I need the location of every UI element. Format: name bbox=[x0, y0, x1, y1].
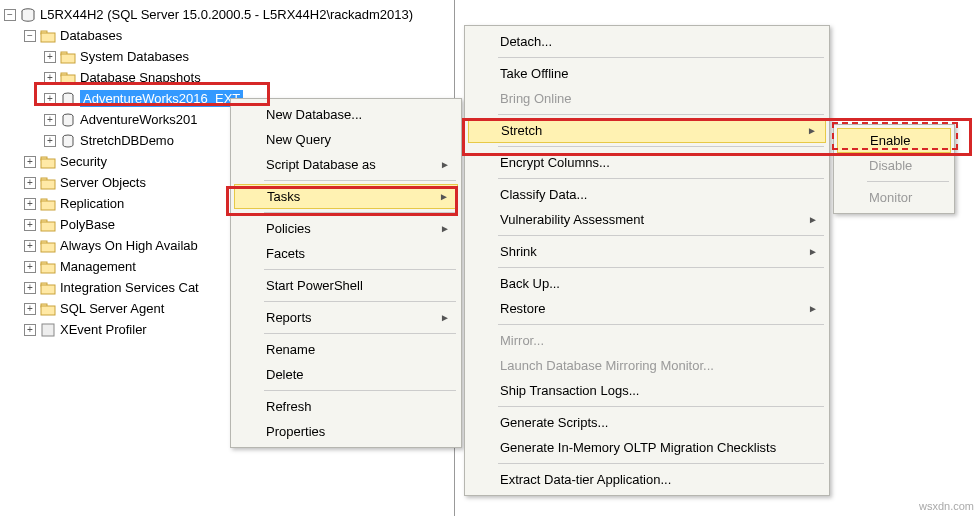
tree-label: System Databases bbox=[80, 49, 189, 64]
expand-icon[interactable]: + bbox=[24, 198, 36, 210]
menu-item-launch-mirroring-monitor: Launch Database Mirroring Monitor... bbox=[468, 353, 826, 378]
tree-node-databases[interactable]: − Databases bbox=[0, 25, 454, 46]
expand-icon[interactable]: + bbox=[24, 219, 36, 231]
expand-icon[interactable]: + bbox=[24, 240, 36, 252]
menu-item-vulnerability-assessment[interactable]: Vulnerability Assessment bbox=[468, 207, 826, 232]
expand-icon[interactable]: + bbox=[44, 93, 56, 105]
menu-item-ship-transaction-logs[interactable]: Ship Transaction Logs... bbox=[468, 378, 826, 403]
menu-item-properties[interactable]: Properties bbox=[234, 419, 458, 444]
tree-label: PolyBase bbox=[60, 217, 115, 232]
svg-rect-17 bbox=[41, 222, 55, 231]
menu-separator bbox=[498, 114, 824, 115]
menu-item-new-database[interactable]: New Database... bbox=[234, 102, 458, 127]
folder-icon bbox=[40, 196, 56, 212]
folder-icon bbox=[60, 49, 76, 65]
tree-label: Server Objects bbox=[60, 175, 146, 190]
folder-icon bbox=[40, 217, 56, 233]
menu-item-reports[interactable]: Reports bbox=[234, 305, 458, 330]
menu-separator bbox=[264, 301, 456, 302]
menu-item-mirror: Mirror... bbox=[468, 328, 826, 353]
menu-separator bbox=[498, 235, 824, 236]
expand-icon[interactable]: + bbox=[44, 51, 56, 63]
menu-item-extract-dac[interactable]: Extract Data-tier Application... bbox=[468, 467, 826, 492]
menu-item-delete[interactable]: Delete bbox=[234, 362, 458, 387]
xevent-icon bbox=[40, 322, 56, 338]
svg-rect-6 bbox=[61, 75, 75, 84]
menu-item-generate-oltp-checklists[interactable]: Generate In-Memory OLTP Migration Checkl… bbox=[468, 435, 826, 460]
folder-icon bbox=[40, 301, 56, 317]
menu-separator bbox=[264, 390, 456, 391]
collapse-icon[interactable]: − bbox=[4, 9, 16, 21]
svg-rect-4 bbox=[61, 54, 75, 63]
tree-label: Replication bbox=[60, 196, 124, 211]
menu-item-monitor: Monitor bbox=[837, 185, 951, 210]
menu-item-tasks[interactable]: Tasks bbox=[234, 184, 458, 209]
database-icon bbox=[60, 133, 76, 149]
menu-item-facets[interactable]: Facets bbox=[234, 241, 458, 266]
menu-item-detach[interactable]: Detach... bbox=[468, 29, 826, 54]
menu-item-bring-online: Bring Online bbox=[468, 86, 826, 111]
expand-icon[interactable]: + bbox=[24, 156, 36, 168]
expand-icon[interactable]: + bbox=[24, 261, 36, 273]
tree-label: Integration Services Cat bbox=[60, 280, 199, 295]
menu-separator bbox=[498, 324, 824, 325]
tree-label: L5RX44H2 (SQL Server 15.0.2000.5 - L5RX4… bbox=[40, 7, 413, 22]
expand-icon[interactable]: + bbox=[24, 177, 36, 189]
menu-item-start-powershell[interactable]: Start PowerShell bbox=[234, 273, 458, 298]
svg-rect-21 bbox=[41, 264, 55, 273]
tree-label: XEvent Profiler bbox=[60, 322, 147, 337]
menu-separator bbox=[498, 463, 824, 464]
tree-node-system-databases[interactable]: + System Databases bbox=[0, 46, 454, 67]
expand-icon[interactable]: + bbox=[24, 324, 36, 336]
folder-icon bbox=[60, 70, 76, 86]
folder-icon bbox=[40, 280, 56, 296]
menu-item-new-query[interactable]: New Query bbox=[234, 127, 458, 152]
menu-separator bbox=[498, 267, 824, 268]
expand-icon[interactable]: + bbox=[44, 72, 56, 84]
server-icon bbox=[20, 7, 36, 23]
svg-rect-19 bbox=[41, 243, 55, 252]
tree-label: AdventureWorks201 bbox=[80, 112, 198, 127]
menu-item-back-up[interactable]: Back Up... bbox=[468, 271, 826, 296]
tree-label: Database Snapshots bbox=[80, 70, 201, 85]
expand-icon[interactable]: + bbox=[24, 282, 36, 294]
folder-icon bbox=[40, 238, 56, 254]
menu-item-restore[interactable]: Restore bbox=[468, 296, 826, 321]
menu-separator bbox=[498, 178, 824, 179]
collapse-icon[interactable]: − bbox=[24, 30, 36, 42]
menu-separator bbox=[498, 57, 824, 58]
menu-item-script-database-as[interactable]: Script Database as bbox=[234, 152, 458, 177]
menu-item-encrypt-columns[interactable]: Encrypt Columns... bbox=[468, 150, 826, 175]
menu-item-classify-data[interactable]: Classify Data... bbox=[468, 182, 826, 207]
menu-separator bbox=[867, 181, 949, 182]
svg-rect-25 bbox=[41, 306, 55, 315]
expand-icon[interactable]: + bbox=[44, 114, 56, 126]
menu-item-enable[interactable]: Enable bbox=[837, 128, 951, 153]
folder-icon bbox=[40, 154, 56, 170]
menu-item-rename[interactable]: Rename bbox=[234, 337, 458, 362]
menu-item-refresh[interactable]: Refresh bbox=[234, 394, 458, 419]
expand-icon[interactable]: + bbox=[24, 303, 36, 315]
tree-label: Management bbox=[60, 259, 136, 274]
folder-icon bbox=[40, 175, 56, 191]
submenu-tasks: Detach... Take Offline Bring Online Stre… bbox=[464, 25, 830, 496]
tree-label: Security bbox=[60, 154, 107, 169]
tree-node-server[interactable]: − L5RX44H2 (SQL Server 15.0.2000.5 - L5R… bbox=[0, 4, 454, 25]
menu-separator bbox=[498, 146, 824, 147]
menu-item-shrink[interactable]: Shrink bbox=[468, 239, 826, 264]
watermark: wsxdn.com bbox=[919, 500, 974, 512]
submenu-stretch: Enable Disable Monitor bbox=[833, 124, 955, 214]
svg-rect-2 bbox=[41, 33, 55, 42]
menu-item-generate-scripts[interactable]: Generate Scripts... bbox=[468, 410, 826, 435]
tree-label-selected: AdventureWorks2016_EXT bbox=[80, 90, 243, 107]
menu-item-policies[interactable]: Policies bbox=[234, 216, 458, 241]
expand-icon[interactable]: + bbox=[44, 135, 56, 147]
menu-item-stretch[interactable]: Stretch bbox=[468, 118, 826, 143]
tree-label: Databases bbox=[60, 28, 122, 43]
svg-rect-11 bbox=[41, 159, 55, 168]
tree-label: SQL Server Agent bbox=[60, 301, 164, 316]
menu-item-disable: Disable bbox=[837, 153, 951, 178]
tree-node-snapshots[interactable]: + Database Snapshots bbox=[0, 67, 454, 88]
menu-separator bbox=[264, 212, 456, 213]
menu-item-take-offline[interactable]: Take Offline bbox=[468, 61, 826, 86]
